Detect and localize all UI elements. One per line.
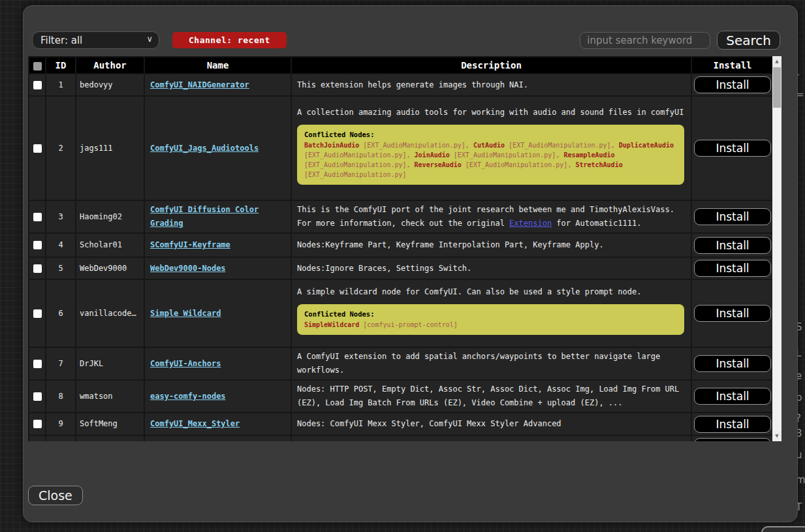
bg-text-fragment: e <box>798 370 802 382</box>
cell-id: 7 <box>46 347 76 380</box>
conflict-list: BatchJoinAudio [EXT_AudioManipulation.py… <box>304 142 674 178</box>
install-button[interactable]: Install <box>694 388 771 405</box>
cell-name: ComfyUI Diffusion Color Grading <box>144 200 291 233</box>
install-button[interactable]: Install <box>694 237 771 254</box>
table-row: 1 bedovyy ComfyUI_NAIDGenerator This ext… <box>29 74 774 96</box>
install-button[interactable]: Install <box>694 416 771 433</box>
dialog-toolbar: Filter: all ∨ Channel: recent Search <box>32 31 780 50</box>
extension-name-link[interactable]: WebDev9000-Nodes <box>150 264 226 273</box>
search-button[interactable]: Search <box>717 31 780 50</box>
cell-install: Install <box>691 233 774 257</box>
extensions-table: ID Author Name Description Install 1 bed… <box>28 56 774 441</box>
extension-name-link[interactable]: ComfyUI-Anchors <box>150 359 221 368</box>
bg-text-fragment: m <box>798 474 805 486</box>
table-row: 6 vanillacode… Simple Wildcard A simple … <box>29 279 774 347</box>
row-checkbox-cell <box>29 347 46 380</box>
cell-install: Install <box>691 257 774 279</box>
table-row: 5 WebDev9000 WebDev9000-Nodes Nodes:Igno… <box>29 257 774 279</box>
extension-name-link[interactable]: ComfyUI Diffusion Color Grading <box>150 205 259 228</box>
cell-id: 6 <box>46 279 76 347</box>
cell-name: ComfyUI_Jags_Audiotools <box>144 96 291 200</box>
row-checkbox[interactable] <box>33 420 42 428</box>
scrollbar-up-arrow-icon[interactable]: ▲ <box>772 56 781 67</box>
extensions-table-body: 1 bedovyy ComfyUI_NAIDGenerator This ext… <box>29 74 774 441</box>
install-button[interactable]: Install <box>694 355 771 372</box>
install-button[interactable]: Install <box>694 438 771 441</box>
extension-name-link[interactable]: Simple Wildcard <box>150 309 221 318</box>
header-id: ID <box>46 57 76 74</box>
table-scrollbar[interactable]: ▲ ▼ <box>772 56 781 441</box>
bg-text-fragment: L <box>798 347 801 359</box>
close-button[interactable]: Close <box>28 486 83 505</box>
description-link[interactable]: Extension <box>509 219 552 228</box>
select-all-checkbox[interactable] <box>33 62 42 70</box>
cell-author: bedovyy <box>76 74 144 96</box>
cell-name: ComfyUI_NAIDGenerator <box>144 74 291 96</box>
table-row: 2 jags111 ComfyUI_Jags_Audiotools A coll… <box>29 96 774 200</box>
cell-author: zcfrank1st <box>76 435 144 441</box>
row-checkbox[interactable] <box>33 213 42 221</box>
cell-author: jags111 <box>76 96 144 200</box>
cell-id: 5 <box>46 257 76 279</box>
row-checkbox[interactable] <box>33 241 42 249</box>
scrollbar-thumb[interactable] <box>773 67 781 108</box>
extension-name-link[interactable]: ComfyUI_NAIDGenerator <box>150 80 249 89</box>
table-row: 8 wmatson easy-comfy-nodes Nodes: HTTP P… <box>29 380 774 413</box>
search-input[interactable] <box>580 32 710 49</box>
cell-description: A simple wildcard node for ComfyUI. Can … <box>291 279 691 347</box>
header-author: Author <box>76 57 144 74</box>
table-row: 10 zcfrank1st ComfyUI Yolov8 Nodes: Yolo… <box>29 435 774 441</box>
cell-description: A collection amazing audio tools for wor… <box>291 96 691 200</box>
extension-name-link[interactable]: ComfyUI_Jags_Audiotools <box>150 144 259 153</box>
scrollbar-down-arrow-icon[interactable]: ▼ <box>772 431 781 441</box>
cell-name: ComfyUI-Anchors <box>144 347 291 380</box>
extension-name-link[interactable]: SComfyUI-Keyframe <box>150 240 230 249</box>
extension-name-link[interactable]: easy-comfy-nodes <box>150 392 226 401</box>
cell-name: easy-comfy-nodes <box>144 380 291 413</box>
cell-author: Scholar01 <box>76 233 144 257</box>
row-checkbox-cell <box>29 279 46 347</box>
cell-description: Nodes: ComfyUI Mexx Styler, ComfyUI Mexx… <box>291 413 691 435</box>
cell-name: ComfyUI Yolov8 <box>144 435 291 441</box>
row-checkbox[interactable] <box>33 264 42 273</box>
row-checkbox[interactable] <box>33 309 42 318</box>
cell-author: WebDev9000 <box>76 257 144 279</box>
cell-name: WebDev9000-Nodes <box>144 257 291 279</box>
row-checkbox[interactable] <box>33 144 42 153</box>
row-checkbox[interactable] <box>33 392 42 401</box>
row-checkbox[interactable] <box>33 360 42 368</box>
bg-text-fragment: ? <box>798 413 801 424</box>
bg-text-fragment: - <box>798 69 799 80</box>
cell-description-text: This extension helps generate images thr… <box>297 80 528 89</box>
cell-description: This is the ComfyUI port of the joint re… <box>291 200 691 233</box>
install-button[interactable]: Install <box>694 208 771 225</box>
channel-badge: Channel: recent <box>172 32 287 48</box>
bg-text-fragment: u <box>798 449 802 461</box>
header-name: Name <box>144 57 291 74</box>
table-row: 4 Scholar01 SComfyUI-Keyframe Nodes:Keyf… <box>29 233 774 257</box>
cell-name: Simple Wildcard <box>144 279 291 347</box>
table-row: 9 SoftMeng ComfyUI_Mexx_Styler Nodes: Co… <box>29 413 774 435</box>
filter-select[interactable]: Filter: all <box>32 31 159 49</box>
cell-description: A ComfyUI extension to add spatial ancho… <box>291 347 691 380</box>
row-checkbox-cell <box>29 435 46 441</box>
cell-id: 2 <box>46 96 76 200</box>
install-button[interactable]: Install <box>694 76 771 93</box>
conflict-list: SimpleWildcard [comfyui-prompt-control] <box>304 321 458 328</box>
bg-text-fragment: p <box>798 392 802 403</box>
install-button[interactable]: Install <box>694 140 771 157</box>
cell-author: SoftMeng <box>76 413 144 435</box>
row-checkbox-cell <box>29 96 46 200</box>
cell-author: Haoming02 <box>76 200 144 233</box>
cell-install: Install <box>691 74 774 96</box>
header-description: Description <box>291 57 691 74</box>
bg-text-fragment: 3 <box>798 428 802 439</box>
row-checkbox[interactable] <box>33 81 42 89</box>
install-button[interactable]: Install <box>694 305 771 322</box>
row-checkbox-cell <box>29 233 46 257</box>
cell-install: Install <box>691 96 774 200</box>
table-row: 7 DrJKL ComfyUI-Anchors A ComfyUI extens… <box>29 347 774 380</box>
extension-name-link[interactable]: ComfyUI_Mexx_Styler <box>150 419 240 428</box>
install-button[interactable]: Install <box>694 260 771 277</box>
bg-text-fragment: S <box>798 321 802 333</box>
